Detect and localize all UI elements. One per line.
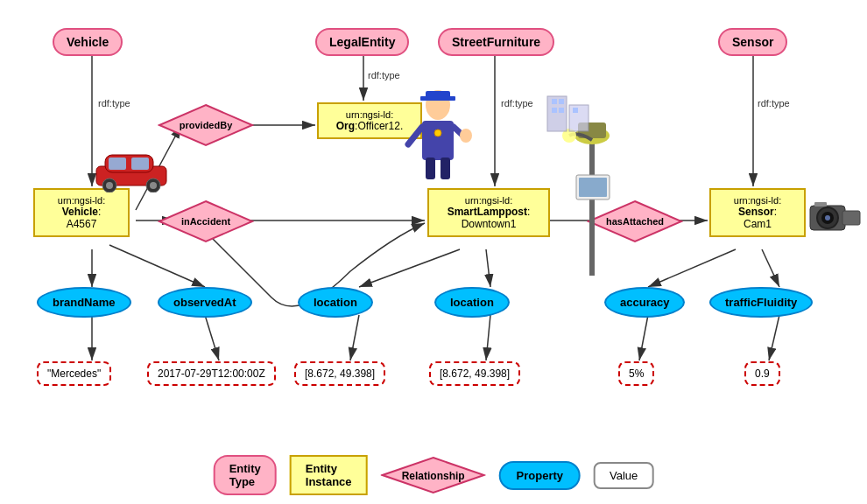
rdf-type-legal: rdf:type: [368, 70, 400, 80]
value-coords1: [8.672, 49.398]: [294, 361, 385, 386]
svg-point-44: [460, 129, 472, 143]
svg-line-17: [762, 249, 779, 287]
vehicle-urn-bold: Vehicle: [62, 206, 98, 218]
value-fluidity: 0.9: [744, 361, 780, 386]
svg-line-14: [359, 249, 460, 287]
entity-type-legal: LegalEntity: [315, 28, 409, 56]
diagram: Vehicle LegalEntity StreetFurniture Sens…: [0, 0, 867, 504]
lamp-urn-colon: :: [527, 206, 530, 218]
svg-line-22: [639, 315, 648, 360]
camera-image: [806, 197, 863, 245]
rdf-type-street: rdf:type: [501, 98, 533, 108]
vehicle-image: [88, 136, 175, 192]
svg-rect-61: [552, 99, 557, 104]
svg-rect-45: [426, 158, 435, 179]
police-image: [403, 79, 473, 184]
property-location1: location: [298, 287, 373, 318]
value-accuracy: 5%: [618, 361, 654, 386]
lamp-urn-prefix: urn:ngsi-ld:: [438, 195, 539, 206]
svg-line-23: [769, 315, 779, 360]
org-urn-prefix: urn:ngsi-ld:: [328, 109, 412, 120]
arrows-svg: [0, 0, 867, 504]
property-observed-at: observedAt: [158, 287, 252, 318]
sensor-urn-prefix: urn:ngsi-ld:: [720, 195, 795, 206]
property-traffic-fluidity: trafficFluidity: [709, 287, 813, 318]
legend-relationship-item: Relationship: [381, 456, 486, 494]
svg-line-20: [350, 315, 359, 360]
legend-property-label: Property: [517, 469, 563, 482]
property-location2: location: [434, 287, 510, 318]
entity-type-street: StreetFurniture: [438, 28, 554, 56]
rdf-type-vehicle: rdf:type: [98, 98, 130, 108]
svg-rect-58: [842, 211, 860, 225]
entity-instance-vehicle: urn:ngsi-ld: Vehicle: A4567: [33, 188, 130, 237]
entity-type-sensor: Sensor: [718, 28, 787, 56]
svg-rect-48: [589, 140, 595, 276]
legend-value-item: Value: [594, 462, 653, 489]
sensor-urn-bold: Sensor: [738, 206, 774, 218]
svg-point-36: [106, 182, 113, 189]
svg-rect-65: [569, 105, 589, 131]
svg-line-42: [408, 127, 422, 144]
svg-rect-41: [420, 96, 455, 101]
vehicle-urn-colon: :: [98, 206, 101, 218]
sensor-urn-id: Cam1: [720, 218, 795, 230]
legend-entity-type-label: Entity Type: [229, 462, 261, 488]
svg-rect-66: [573, 108, 578, 113]
svg-rect-59: [814, 202, 827, 206]
svg-rect-33: [131, 158, 149, 170]
svg-point-57: [825, 215, 830, 220]
lamp-urn-id: Downtown1: [438, 218, 539, 230]
svg-point-47: [434, 130, 441, 136]
legend-entity-instance-label: Entity Instance: [306, 462, 352, 488]
entity-instance-sensor: urn:ngsi-ld: Sensor: Cam1: [709, 188, 806, 237]
svg-point-37: [150, 182, 157, 189]
svg-rect-63: [552, 108, 557, 113]
rdf-type-sensor: rdf:type: [758, 98, 790, 108]
entity-instance-lamp: urn:ngsi-ld: SmartLamppost: Downtown1: [427, 188, 550, 237]
sensor-urn-colon: :: [774, 206, 777, 218]
value-datetime: 2017-07-29T12:00:00Z: [147, 361, 276, 386]
svg-rect-64: [559, 108, 564, 113]
entity-type-vehicle: Vehicle: [53, 28, 123, 56]
street-furniture-image: [543, 83, 596, 136]
legend-entity-instance-item: Entity Instance: [290, 455, 368, 495]
svg-text:Relationship: Relationship: [402, 470, 465, 482]
svg-line-13: [109, 245, 205, 287]
svg-line-15: [486, 249, 490, 287]
org-urn-suffix: :Officer12.: [355, 120, 403, 132]
svg-line-19: [205, 315, 219, 360]
svg-rect-53: [579, 178, 607, 197]
value-coords2: [8.672, 49.398]: [429, 361, 520, 386]
property-accuracy: accuracy: [604, 287, 685, 318]
legend: Entity Type Entity Instance Relationship…: [214, 455, 654, 495]
legend-entity-type-item: Entity Type: [214, 455, 277, 495]
svg-rect-46: [441, 158, 450, 179]
lamp-urn-bold: SmartLamppost: [448, 206, 527, 218]
svg-rect-62: [559, 99, 564, 104]
svg-text:inAccident: inAccident: [181, 216, 231, 227]
legend-value-label: Value: [610, 469, 638, 482]
svg-text:providedBy: providedBy: [180, 120, 233, 130]
svg-line-21: [486, 315, 490, 360]
svg-rect-32: [109, 158, 126, 170]
vehicle-urn-id: A4567: [44, 218, 119, 230]
vehicle-urn-prefix: urn:ngsi-ld:: [44, 195, 119, 206]
property-brand-name: brandName: [37, 287, 131, 318]
legend-property-item: Property: [499, 461, 581, 490]
svg-line-16: [648, 249, 736, 287]
relationship-in-accident: inAccident: [158, 200, 254, 243]
svg-rect-39: [422, 121, 454, 160]
value-mercedes: "Mercedes": [37, 361, 111, 386]
org-urn-bold: Org: [336, 120, 355, 132]
